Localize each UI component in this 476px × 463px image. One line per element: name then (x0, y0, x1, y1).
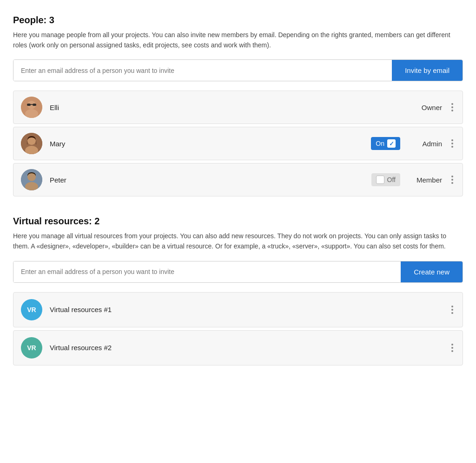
more-menu-button[interactable] (450, 342, 455, 354)
resource-name: Virtual resources #1 (50, 306, 450, 313)
toggle-off-button[interactable]: Off (371, 173, 400, 186)
list-item: VR Virtual resources #2 (13, 330, 463, 365)
toggle-off-box (376, 176, 384, 184)
person-role: Owner (410, 104, 442, 111)
toggle-on-button[interactable]: On (371, 137, 400, 150)
person-name: Mary (50, 140, 371, 148)
people-invite-row: Invite by email (13, 59, 463, 81)
avatar (21, 97, 42, 118)
more-menu-button[interactable] (450, 137, 455, 150)
create-new-button[interactable]: Create new (401, 261, 463, 282)
list-item: VR Virtual resources #1 (13, 292, 463, 327)
virtual-resources-section: Virtual resources: 2 Here you manage all… (13, 216, 463, 368)
person-name: Peter (50, 176, 371, 184)
virtual-name-input[interactable] (13, 261, 401, 282)
table-row: Peter Off Member (13, 163, 463, 196)
people-section: People: 3 Here you manage people from al… (13, 15, 463, 199)
people-section-desc: Here you manage people from all your pro… (13, 30, 463, 50)
toggle-off-label: Off (387, 176, 396, 183)
toggle-off-container[interactable]: Off (371, 173, 400, 186)
more-menu-button[interactable] (450, 304, 455, 316)
svg-rect-3 (27, 104, 31, 106)
more-menu-button[interactable] (450, 101, 455, 113)
invite-by-email-button[interactable]: Invite by email (392, 60, 463, 81)
people-list: Elli Owner Mary (13, 91, 463, 199)
virtual-resources-list: VR Virtual resources #1 VR Virtual resou… (13, 292, 463, 368)
avatar: VR (21, 299, 42, 320)
virtual-resources-desc: Here you manage all virtual resources fr… (13, 231, 463, 251)
table-row: Elli Owner (13, 91, 463, 124)
toggle-on-container[interactable]: On (371, 137, 400, 150)
toggle-checkbox (387, 139, 396, 148)
svg-rect-4 (33, 104, 36, 106)
people-email-input[interactable] (13, 60, 392, 81)
people-section-title: People: 3 (13, 15, 463, 26)
more-menu-button[interactable] (450, 174, 455, 186)
avatar (21, 133, 42, 154)
person-name: Elli (50, 104, 410, 111)
avatar (21, 169, 42, 190)
avatar: VR (21, 337, 42, 359)
resource-name: Virtual resources #2 (50, 344, 450, 352)
person-role: Member (410, 176, 442, 184)
virtual-create-row: Create new (13, 261, 463, 283)
virtual-resources-title: Virtual resources: 2 (13, 216, 463, 227)
table-row: Mary On Admin (13, 127, 463, 160)
person-role: Admin (410, 140, 442, 148)
toggle-on-label: On (376, 140, 384, 147)
